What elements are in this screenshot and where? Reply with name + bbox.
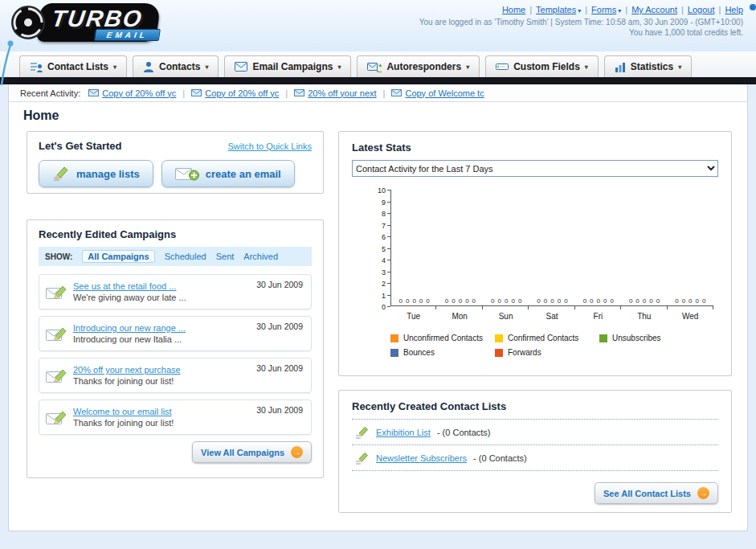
contact-list-row[interactable]: Exhibition List - (0 Contacts) (352, 420, 718, 445)
campaign-row[interactable]: 20% off your next purchaseThanks for joi… (39, 358, 312, 393)
top-link-home[interactable]: Home (502, 5, 525, 14)
nav-tab-label: Custom Fields (513, 61, 580, 72)
chart-value-label: 0 (696, 297, 699, 305)
switch-quick-links-link[interactable]: Switch to Quick Links (227, 141, 312, 151)
campaign-subtitle: Thanks for joining our list! (73, 376, 181, 386)
show-label: SHOW: (45, 252, 72, 261)
stats-period-select[interactable]: Contact Activity for the Last 7 Days (352, 160, 718, 177)
top-link-help[interactable]: Help (725, 5, 743, 14)
nav-tab-contacts[interactable]: Contacts ▾ (133, 55, 219, 77)
recent-activity-item[interactable]: Copy of 20% off yc (88, 88, 176, 98)
decorative-antenna-line (0, 40, 18, 87)
see-all-contact-lists-label: See All Contact Lists (603, 489, 691, 498)
autoresponders-icon (367, 62, 382, 72)
envelope-icon (88, 89, 99, 96)
campaign-row[interactable]: See us at the retail food ...We're givin… (39, 274, 312, 309)
recent-activity-bar: Recent Activity: Copy of 20% off yc | Co… (9, 84, 747, 102)
turbine-swirl-icon (10, 4, 47, 41)
chart-y-tick-label: 6 (382, 233, 386, 241)
main-navigation: Contact Lists ▾ Contacts ▾ Email Campaig… (0, 51, 756, 77)
chart-value-label: 0 (472, 297, 476, 305)
legend-item: Unconfirmed Contacts (390, 334, 495, 342)
contact-list-link[interactable]: Newsletter Subscribers (376, 453, 467, 463)
recent-activity-link[interactable]: 20% off your next (308, 88, 376, 98)
campaign-subtitle: We're giving away our late ... (73, 293, 186, 302)
top-link-label: Forms (591, 5, 616, 14)
pencil-icon (355, 452, 370, 465)
contact-list-row[interactable]: Newsletter Subscribers - (0 Contacts) (352, 445, 718, 471)
recent-contact-lists-panel: Recently Created Contact Lists Exhibitio… (338, 390, 732, 513)
tab-all-campaigns[interactable]: All Campaigns (82, 250, 154, 263)
chart-category-label: Thu (621, 309, 667, 321)
recent-activity-link[interactable]: Copy of 20% off yc (205, 88, 279, 98)
recent-activity-item[interactable]: Copy of 20% off yc (191, 88, 279, 98)
top-link-forms[interactable]: Forms▾ (591, 5, 621, 14)
nav-tab-custom-fields[interactable]: Custom Fields ▾ (485, 55, 599, 77)
legend-label: Bounces (403, 348, 435, 357)
see-all-contact-lists-button[interactable]: See All Contact Lists → (595, 482, 718, 504)
create-email-button[interactable]: create an email (161, 160, 295, 187)
campaign-title-link[interactable]: Welcome to our email list (73, 407, 174, 416)
contact-list-link[interactable]: Exhibition List (376, 428, 431, 437)
nav-tab-email-campaigns[interactable]: Email Campaigns ▾ (224, 55, 351, 77)
nav-tab-statistics[interactable]: Statistics ▾ (604, 55, 692, 77)
nav-tab-autoresponders[interactable]: Autoresponders ▾ (357, 55, 480, 77)
chart-bar-group: 00000 (529, 297, 575, 305)
tab-scheduled[interactable]: Scheduled (165, 252, 206, 261)
legend-swatch-icon (495, 349, 503, 357)
chart-value-label: 0 (511, 297, 514, 305)
recent-activity-link[interactable]: Copy of 20% off yc (102, 88, 176, 98)
chart-value-label: 0 (675, 297, 678, 305)
campaign-row[interactable]: Introducing our new range ...Introducing… (39, 316, 312, 351)
app-window: TURBO EMAIL Home|Templates▾|Forms▾|My Ac… (0, 0, 756, 549)
recent-campaigns-title: Recently Edited Campaigns (39, 228, 312, 240)
campaign-date: 30 Jun 2009 (256, 363, 303, 373)
pencil-list-icon (52, 166, 70, 182)
top-link-templates[interactable]: Templates▾ (536, 5, 581, 14)
campaign-title-link[interactable]: Introducing our new range ... (73, 323, 186, 333)
campaign-title-link[interactable]: 20% off your next purchase (73, 365, 181, 375)
top-link-logout[interactable]: Logout (688, 5, 715, 14)
nav-tab-label: Autoresponders (386, 61, 461, 72)
tab-sent[interactable]: Sent (216, 252, 235, 261)
chart-value-label: 0 (656, 297, 660, 305)
campaign-title-link[interactable]: See us at the retail food ... (73, 281, 186, 291)
chart-value-label: 0 (445, 297, 448, 305)
logo-title: TURBO (50, 6, 145, 31)
chart-value-label: 0 (564, 297, 567, 305)
view-all-campaigns-label: View All Campaigns (201, 448, 284, 457)
chart-y-tick-label: 1 (382, 292, 386, 300)
chart-value-label: 0 (610, 297, 613, 305)
arrow-right-icon: → (697, 487, 709, 499)
legend-item: Unsubscribes (599, 334, 704, 342)
chart-value-label: 0 (702, 297, 705, 305)
tab-archived[interactable]: Archived (243, 252, 278, 261)
nav-tab-contact-lists[interactable]: Contact Lists ▾ (19, 55, 127, 77)
view-all-campaigns-button[interactable]: View All Campaigns → (192, 441, 312, 463)
envelope-pencil-icon (46, 284, 67, 300)
manage-lists-button[interactable]: manage lists (39, 160, 153, 187)
chart-value-label: 0 (643, 297, 646, 305)
turbo-email-logo[interactable]: TURBO EMAIL (10, 3, 158, 42)
campaign-row[interactable]: Welcome to our email listThanks for join… (39, 399, 312, 435)
legend-label: Forwards (508, 348, 541, 357)
chart-y-tick-label: 7 (382, 222, 386, 230)
envelope-plus-icon (175, 166, 199, 182)
recent-activity-link[interactable]: Copy of Welcome tc (405, 88, 484, 98)
legend-label: Unsubscribes (612, 334, 661, 342)
contact-list-count: - (0 Contacts) (437, 428, 491, 437)
legend-item: Bounces (390, 348, 495, 357)
chart-category-label: Fri (575, 309, 621, 321)
campaign-date: 30 Jun 2009 (256, 405, 303, 415)
campaign-date: 30 Jun 2009 (256, 280, 303, 289)
chart-bar-group: 00000 (391, 297, 437, 305)
get-started-title: Let's Get Started (39, 140, 122, 152)
chart-value-labels: 00000000000000000000000000000000000 (391, 297, 713, 305)
top-link-my-account[interactable]: My Account (631, 5, 677, 14)
recent-activity-item[interactable]: 20% off your next (294, 88, 376, 98)
recent-activity-item[interactable]: Copy of Welcome tc (391, 88, 484, 98)
chart-value-label: 0 (406, 297, 409, 305)
chart-value-label: 0 (583, 297, 586, 305)
chart-value-label: 0 (629, 297, 632, 305)
chart-category-label: Sun (483, 309, 529, 321)
